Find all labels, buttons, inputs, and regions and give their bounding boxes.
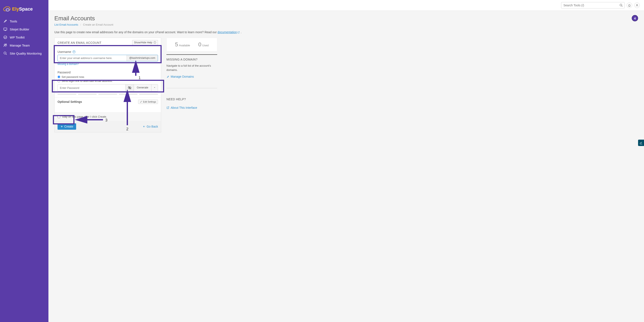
generate-button[interactable]: Generate [134, 84, 151, 91]
breadcrumb: List Email Accounts / Create an Email Ac… [54, 23, 113, 26]
stay-checkbox[interactable] [58, 115, 60, 118]
available-label: Available [179, 44, 190, 47]
password-strength [58, 94, 158, 95]
username-block: Username ? @kashmirstartups.com Missing … [54, 48, 161, 68]
missing-domain-link[interactable]: Missing a domain? [58, 62, 79, 66]
username-label: Username [58, 50, 71, 54]
panel-title: CREATE AN EMAIL ACCOUNT [58, 41, 102, 44]
sidebar-item-tools[interactable]: Tools [0, 17, 48, 25]
notifications-button[interactable] [627, 2, 632, 8]
domain-addon: @kashmirstartups.com [126, 55, 158, 61]
used-label: Used [202, 44, 208, 47]
password-label: Password [58, 71, 70, 74]
sidebar-item-wp[interactable]: WP Toolkit [0, 33, 48, 41]
sidebar-item-team[interactable]: Manage Team [0, 41, 48, 49]
svg-point-3 [6, 44, 7, 45]
chart-icon [639, 141, 643, 144]
sidebar-item-label: Site Quality Monitoring [10, 52, 42, 55]
sidebar-item-label: Sitejet Builder [10, 28, 30, 31]
radio-set-now[interactable]: Set password now. [58, 75, 158, 78]
password-block: Password Set password now. Send login li… [54, 68, 161, 97]
page-title: Email Accounts [54, 15, 113, 22]
sidebar-item-sitejet[interactable]: Sitejet Builder [0, 25, 48, 33]
bell-icon [628, 4, 631, 7]
wrench-small-icon [166, 75, 170, 78]
logo-text: ElySpace [12, 6, 33, 12]
radio-send-link-input[interactable] [58, 80, 60, 82]
pencil-icon [140, 101, 142, 103]
svg-point-6 [636, 4, 638, 5]
intro-text: Use this page to create new email addres… [54, 30, 638, 34]
radio-set-now-input[interactable] [58, 76, 60, 78]
show-hide-help-button[interactable]: Show/Hide Help ⓘ [132, 40, 158, 45]
external-link-icon [237, 31, 240, 34]
svg-point-2 [4, 44, 6, 45]
stats-card: 5Available 0Used [166, 38, 217, 52]
sidebar-item-quality[interactable]: Site Quality Monitoring [0, 49, 48, 57]
stay-checkbox-row[interactable]: Stay on this page after I click Create. [58, 115, 158, 118]
radio-send-link[interactable]: Send login link to alternate email addre… [58, 79, 158, 82]
content: Email Accounts List Email Accounts / Cre… [48, 11, 644, 137]
missing-domain-text: Navigate to a full list of the account's… [166, 64, 217, 72]
breadcrumb-sep: / [80, 23, 81, 26]
external-link-icon [166, 106, 170, 109]
documentation-link[interactable]: documentation [218, 30, 240, 34]
user-icon [636, 4, 638, 7]
help-circle-icon: ⓘ [154, 41, 156, 44]
search-input[interactable] [561, 2, 624, 8]
logo[interactable]: ElySpace [0, 0, 48, 17]
sidebar-item-label: Tools [10, 20, 17, 23]
team-icon [4, 43, 7, 47]
eye-off-icon [128, 86, 132, 90]
plus-icon [60, 125, 63, 128]
caret-down-icon [154, 86, 156, 89]
breadcrumb-list-link[interactable]: List Email Accounts [54, 23, 78, 26]
sidebar: ElySpace Tools Sitejet Builder WP Toolki… [0, 0, 48, 322]
search-icon [620, 4, 623, 7]
stats-tab-button[interactable] [638, 140, 644, 146]
user-button[interactable] [634, 2, 640, 8]
sidebar-item-label: WP Toolkit [10, 36, 24, 39]
main-area: Email Accounts List Email Accounts / Cre… [48, 0, 644, 322]
missing-domain-heading: MISSING A DOMAIN? [166, 58, 217, 61]
create-email-panel: CREATE AN EMAIL ACCOUNT Show/Hide Help ⓘ… [54, 38, 161, 132]
manage-domains-link[interactable]: Manage Domains [166, 75, 194, 78]
arrow-left-icon [143, 125, 146, 128]
breadcrumb-current: Create an Email Account [83, 23, 113, 26]
username-input[interactable] [58, 55, 126, 61]
magnify-icon [4, 52, 7, 55]
toggle-visibility-button[interactable] [126, 84, 134, 91]
need-help-heading: NEED HELP? [166, 98, 217, 101]
help-icon[interactable]: ? [72, 50, 76, 53]
wordpress-icon [4, 35, 7, 39]
step-badge: 4 [632, 15, 638, 21]
svg-point-5 [620, 4, 622, 6]
create-button[interactable]: Create [58, 123, 76, 130]
optional-settings-title: Optional Settings [58, 100, 82, 104]
edit-settings-button[interactable]: Edit Settings [138, 100, 158, 104]
screen-icon [4, 27, 7, 31]
about-interface-link[interactable]: About This Interface [166, 106, 197, 110]
svg-point-4 [4, 52, 6, 54]
svg-rect-0 [4, 28, 7, 30]
cloud-icon [3, 6, 11, 12]
wrench-icon [4, 19, 7, 23]
generate-caret-button[interactable] [151, 84, 158, 91]
go-back-link[interactable]: Go Back [143, 125, 158, 128]
password-input[interactable] [58, 84, 126, 91]
topbar [48, 0, 644, 11]
used-count: 0 [198, 41, 201, 48]
sidebar-item-label: Manage Team [10, 44, 30, 47]
available-count: 5 [175, 41, 178, 48]
